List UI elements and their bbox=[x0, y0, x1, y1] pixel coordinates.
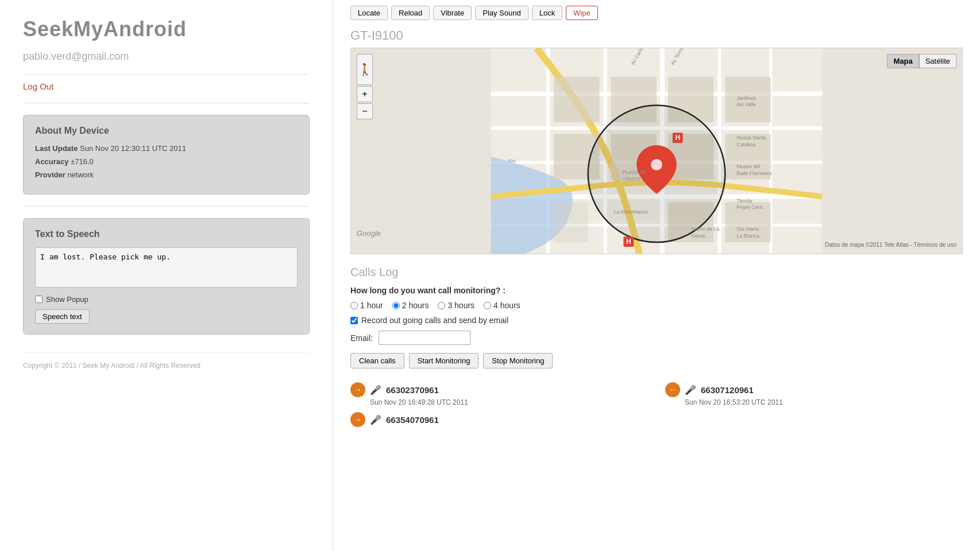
locate-button[interactable]: Locate bbox=[350, 6, 388, 20]
duration-4h-radio[interactable] bbox=[484, 302, 491, 309]
svg-text:Jardines: Jardines bbox=[736, 95, 756, 101]
last-update-label: Last Update bbox=[35, 144, 78, 153]
duration-4h[interactable]: 4 hours bbox=[484, 301, 520, 310]
top-toolbar: Locate Reload Vibrate Play Sound Lock Wi… bbox=[350, 6, 963, 20]
call-1-mic-icon: 🎤 bbox=[370, 385, 381, 395]
call-2-number: 66307120961 bbox=[701, 385, 754, 395]
accuracy-label: Accuracy bbox=[35, 157, 69, 166]
copyright: Copyright © 2011 / Seek My Android / All… bbox=[23, 352, 310, 370]
duration-3h-label: 3 hours bbox=[447, 301, 474, 310]
record-calls-row: Record out going calls and send by email bbox=[350, 316, 963, 325]
user-email: pablo.verd@gmail.com bbox=[23, 51, 310, 63]
svg-text:La Maestranza: La Maestranza bbox=[614, 209, 647, 215]
calls-action-buttons: Clean calls Start Monitoring Stop Monito… bbox=[350, 353, 963, 368]
lock-button[interactable]: Lock bbox=[532, 6, 562, 20]
call-1-time: Sun Nov 20 16:49:28 UTC 2011 bbox=[370, 398, 648, 406]
zoom-in-button[interactable]: + bbox=[357, 86, 373, 102]
app-title: SeekMyAndroid bbox=[23, 17, 310, 41]
device-info-title: About My Device bbox=[35, 126, 298, 136]
sidebar-divider-1 bbox=[23, 103, 310, 103]
call-1-direction-icon: → bbox=[350, 382, 365, 397]
call-entry-3: → 🎤 66354070961 bbox=[350, 412, 648, 428]
map-view-mapa[interactable]: Mapa bbox=[887, 54, 919, 68]
main-content: Locate Reload Vibrate Play Sound Lock Wi… bbox=[333, 0, 980, 551]
call-1-number: 66302370961 bbox=[386, 385, 439, 395]
call-3-direction-icon: → bbox=[350, 412, 365, 427]
map-attribution: Datos de mapa ©2011 Tele Atlas - Término… bbox=[825, 242, 956, 248]
duration-3h-radio[interactable] bbox=[438, 302, 445, 309]
duration-1h-label: 1 hour bbox=[360, 301, 383, 310]
email-input[interactable] bbox=[379, 331, 470, 345]
provider-row: Provider network bbox=[35, 170, 298, 179]
svg-text:Tienda: Tienda bbox=[736, 198, 752, 204]
map-view-satelite[interactable]: Satélite bbox=[919, 54, 956, 68]
device-info-card: About My Device Last Update Sun Nov 20 1… bbox=[23, 115, 310, 195]
wipe-button[interactable]: Wipe bbox=[566, 6, 598, 20]
call-2-time: Sun Nov 20 16:53:20 UTC 2011 bbox=[685, 398, 963, 406]
vibrate-button[interactable]: Vibrate bbox=[433, 6, 472, 20]
tts-textarea[interactable] bbox=[35, 247, 298, 288]
duration-2h[interactable]: 2 hours bbox=[392, 301, 429, 310]
svg-point-25 bbox=[651, 159, 662, 170]
duration-radio-group: 1 hour 2 hours 3 hours 4 hours bbox=[350, 301, 963, 310]
svg-text:del Valle: del Valle bbox=[736, 102, 756, 107]
email-label: Email: bbox=[350, 333, 373, 343]
svg-text:ARMAS: ARMAS bbox=[622, 176, 641, 182]
map-container: H H Av Carlos III Av Torneo PLAZA DE ARM… bbox=[350, 48, 963, 254]
google-logo: Google bbox=[357, 229, 381, 238]
duration-3h[interactable]: 3 hours bbox=[438, 301, 474, 310]
show-popup-label: Show Popup bbox=[46, 295, 88, 304]
call-2-mic-icon: 🎤 bbox=[685, 385, 696, 395]
svg-text:Catalina: Catalina bbox=[736, 142, 755, 148]
provider-label: Provider bbox=[35, 170, 65, 179]
monitoring-label: How long do you want call monitoring? : bbox=[350, 286, 963, 295]
device-name: GT-I9100 bbox=[350, 28, 963, 43]
speech-text-button[interactable]: Speech text bbox=[35, 309, 90, 324]
svg-text:PLAZA DE: PLAZA DE bbox=[622, 169, 647, 175]
call-entry-2: ← 🎤 66307120961 Sun Nov 20 16:53:20 UTC … bbox=[665, 382, 963, 406]
duration-2h-radio[interactable] bbox=[392, 302, 400, 309]
svg-rect-22 bbox=[554, 203, 588, 243]
svg-text:694: 694 bbox=[508, 158, 516, 164]
zoom-out-button[interactable]: − bbox=[357, 103, 373, 119]
sidebar-divider-2 bbox=[23, 206, 310, 207]
reload-button[interactable]: Reload bbox=[391, 6, 430, 20]
svg-text:Museo del: Museo del bbox=[736, 164, 760, 169]
map-view-buttons: Mapa Satélite bbox=[887, 54, 956, 68]
svg-text:H: H bbox=[626, 238, 631, 246]
tts-card: Text to Speech Show Popup Speech text bbox=[23, 218, 310, 335]
calls-log-title: Calls Log bbox=[350, 266, 963, 279]
calls-log-section: Calls Log How long do you want call moni… bbox=[350, 266, 963, 428]
start-monitoring-button[interactable]: Start Monitoring bbox=[409, 353, 479, 368]
map-inner: H H Av Carlos III Av Torneo PLAZA DE ARM… bbox=[351, 48, 962, 254]
call-entry-2-top: ← 🎤 66307120961 bbox=[665, 382, 963, 397]
clean-calls-button[interactable]: Clean calls bbox=[350, 353, 404, 368]
svg-text:H: H bbox=[675, 134, 680, 142]
map-controls: 🚶 + − bbox=[357, 54, 373, 119]
record-calls-label: Record out going calls and send by email bbox=[361, 316, 508, 325]
duration-2h-label: 2 hours bbox=[402, 301, 429, 310]
accuracy-row: Accuracy ±716.0 bbox=[35, 157, 298, 166]
map-svg: H H Av Carlos III Av Torneo PLAZA DE ARM… bbox=[351, 48, 962, 254]
duration-1h[interactable]: 1 hour bbox=[350, 301, 383, 310]
email-row: Email: bbox=[350, 331, 963, 345]
svg-text:Hostal Santa: Hostal Santa bbox=[736, 135, 766, 141]
call-entry-3-top: → 🎤 66354070961 bbox=[350, 412, 648, 427]
accuracy-value: ±716.0 bbox=[71, 157, 94, 166]
tts-title: Text to Speech bbox=[35, 229, 298, 239]
duration-4h-label: 4 hours bbox=[493, 301, 520, 310]
show-popup-checkbox[interactable] bbox=[35, 296, 43, 303]
show-popup-row: Show Popup bbox=[35, 295, 298, 304]
divider-top bbox=[23, 74, 310, 75]
svg-rect-12 bbox=[554, 77, 600, 123]
call-2-direction-icon: ← bbox=[665, 382, 680, 397]
last-update-row: Last Update Sun Nov 20 12:30:11 UTC 2011 bbox=[35, 144, 298, 153]
call-entry-1: → 🎤 66302370961 Sun Nov 20 16:49:28 UTC … bbox=[350, 382, 648, 406]
street-view-button[interactable]: 🚶 bbox=[357, 54, 373, 85]
svg-text:Maest...: Maest... bbox=[691, 233, 709, 239]
record-calls-checkbox[interactable] bbox=[350, 317, 358, 324]
stop-monitoring-button[interactable]: Stop Monitoring bbox=[483, 353, 553, 368]
duration-1h-radio[interactable] bbox=[350, 302, 358, 309]
play-sound-button[interactable]: Play Sound bbox=[475, 6, 528, 20]
logout-link[interactable]: Log Out bbox=[23, 82, 310, 91]
